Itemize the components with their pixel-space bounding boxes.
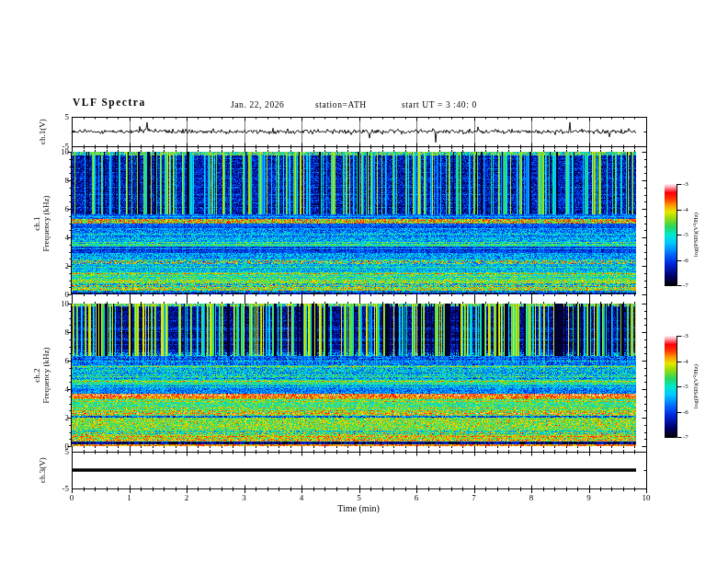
x-axis-label: Time (min) bbox=[337, 503, 379, 513]
start-ut-label: start UT = 3 :40: 0 bbox=[402, 100, 477, 109]
x-tick-label: 5 bbox=[357, 493, 361, 502]
colorbar2-axis-label: log(PSD)(V²/Hz) bbox=[691, 364, 700, 408]
x-tick-label: 0 bbox=[70, 493, 74, 502]
x-tick-label: 10 bbox=[643, 493, 651, 502]
colorbar1-tick-label: -5 bbox=[683, 231, 688, 238]
colorbar1-tick-label: -3 bbox=[683, 180, 688, 188]
x-tick-label: 2 bbox=[185, 493, 189, 502]
x-tick-label: 3 bbox=[242, 493, 246, 502]
spec1-y-tick-label: 6 bbox=[65, 204, 70, 213]
y-axis-label-ch2-line2: Frequency (kHz) bbox=[41, 347, 51, 403]
spec2-y-tick-label: 8 bbox=[65, 327, 70, 337]
y-axis-label-ch1-frequency: ch.1 Frequency (kHz) bbox=[32, 195, 51, 251]
y-axis-label-ch1-line1: ch.1 bbox=[32, 216, 41, 230]
y-axis-label-ch3-volts: ch.3(V) bbox=[38, 457, 47, 483]
spectra-plot-canvas bbox=[0, 0, 728, 563]
colorbar2-tick-label: -6 bbox=[683, 408, 688, 416]
y-axis-label-ch2-frequency: ch.2 Frequency (kHz) bbox=[32, 347, 51, 403]
y-axis-label-ch1-volts: ch.1(V) bbox=[38, 119, 47, 144]
spec2-y-tick-label: 2 bbox=[65, 413, 70, 422]
x-tick-label: 7 bbox=[472, 493, 476, 502]
x-tick-label: 6 bbox=[415, 493, 419, 502]
spec2-y-tick-label: 4 bbox=[65, 385, 70, 394]
spec1-y-tick-label: 2 bbox=[65, 261, 70, 270]
x-tick-label: 9 bbox=[586, 493, 591, 502]
colorbar1-axis-label: log(PSD)(V²/Hz) bbox=[691, 213, 700, 257]
colorbar1-tick-label: -6 bbox=[683, 257, 688, 264]
x-tick-label: 4 bbox=[300, 493, 304, 502]
x-tick-label: 8 bbox=[529, 493, 534, 502]
colorbar1-tick-label: -4 bbox=[683, 206, 688, 213]
spec2-y-tick-label: 10 bbox=[61, 299, 69, 308]
colorbar2-tick-label: -4 bbox=[683, 358, 688, 365]
ch1-y-tick-label: 5 bbox=[65, 112, 70, 121]
spec1-y-tick-label: 4 bbox=[65, 233, 70, 242]
spec1-y-tick-label: 8 bbox=[65, 176, 70, 185]
colorbar1-tick-label: -7 bbox=[683, 282, 688, 289]
spec2-y-tick-label: 0 bbox=[65, 442, 70, 451]
vlf-spectra-page: VLF Spectra Jan. 22, 2026 station=ATH st… bbox=[0, 0, 728, 563]
x-tick-label: 1 bbox=[127, 493, 131, 502]
colorbar2-tick-label: -7 bbox=[683, 433, 688, 441]
spec1-y-tick-label: 0 bbox=[65, 290, 70, 299]
y-axis-label-ch1-line2: Frequency (kHz) bbox=[41, 195, 51, 251]
plot-title: VLF Spectra bbox=[73, 97, 146, 108]
colorbar2-tick-label: -5 bbox=[683, 383, 688, 390]
station-label: station=ATH bbox=[315, 100, 367, 109]
y-axis-label-ch2-line1: ch.2 bbox=[32, 368, 41, 382]
ch3-y-tick-label: -5 bbox=[63, 484, 70, 493]
colorbar2-tick-label: -3 bbox=[683, 332, 688, 339]
spec2-y-tick-label: 6 bbox=[65, 356, 70, 365]
spec1-y-tick-label: 10 bbox=[61, 147, 69, 156]
date-label: Jan. 22, 2026 bbox=[231, 100, 284, 109]
